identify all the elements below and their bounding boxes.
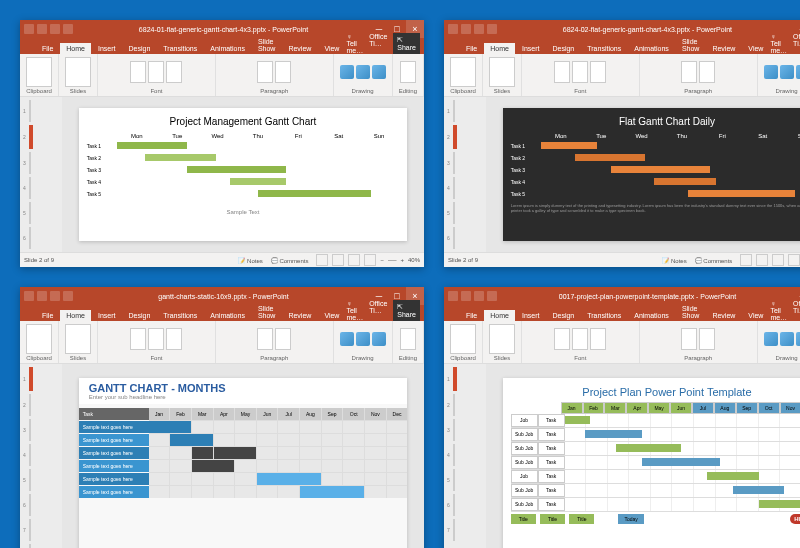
slide-canvas[interactable]: Project Plan Power Point TemplateJanFebM…	[503, 378, 800, 548]
view-normal[interactable]	[740, 254, 752, 266]
font-btn[interactable]	[130, 328, 146, 350]
quickstyles-icon[interactable]	[372, 65, 386, 79]
redo-icon[interactable]	[50, 291, 60, 301]
comments-button[interactable]: 💬 Comments	[271, 257, 309, 264]
font-btn[interactable]	[554, 328, 570, 350]
office-link[interactable]: Office Ti…	[369, 33, 387, 54]
new-slide-button[interactable]	[65, 57, 91, 87]
tab-design[interactable]: Design	[546, 310, 580, 321]
slide-canvas[interactable]: GANTT CHART - MONTHSEnter your sub headl…	[79, 378, 408, 548]
new-slide-button[interactable]	[65, 324, 91, 354]
start-icon[interactable]	[487, 24, 497, 34]
save-icon[interactable]	[24, 24, 34, 34]
font-btn[interactable]	[590, 61, 606, 83]
notes-button[interactable]: 📝 Notes	[238, 257, 262, 264]
font-btn[interactable]	[554, 61, 570, 83]
font-btn[interactable]	[148, 61, 164, 83]
undo-icon[interactable]	[461, 24, 471, 34]
para-btn[interactable]	[257, 61, 273, 83]
slide-thumb[interactable]	[29, 125, 33, 149]
edit-btn[interactable]	[400, 328, 416, 350]
tab-transitions[interactable]: Transitions	[157, 310, 203, 321]
office-link[interactable]: Office Ti…	[793, 300, 800, 321]
slide-thumb[interactable]	[453, 177, 455, 199]
slide-thumb[interactable]	[453, 367, 457, 391]
tab-view[interactable]: View	[742, 310, 769, 321]
slide-thumb[interactable]	[29, 494, 31, 516]
paste-button[interactable]	[26, 324, 52, 354]
shapes-icon[interactable]	[340, 332, 354, 346]
slide-thumb[interactable]	[29, 152, 31, 174]
redo-icon[interactable]	[474, 24, 484, 34]
paste-button[interactable]	[450, 57, 476, 87]
tab-slide-show[interactable]: Slide Show	[252, 303, 282, 321]
tab-view[interactable]: View	[318, 43, 345, 54]
zoom-in[interactable]: +	[400, 257, 404, 263]
save-icon[interactable]	[448, 24, 458, 34]
slide-thumb[interactable]	[453, 519, 455, 541]
view-slideshow[interactable]	[788, 254, 800, 266]
slide-thumb[interactable]	[29, 519, 31, 541]
undo-icon[interactable]	[37, 24, 47, 34]
tab-slide-show[interactable]: Slide Show	[252, 36, 282, 54]
office-link[interactable]: Office Ti…	[369, 300, 387, 321]
tab-insert[interactable]: Insert	[516, 43, 546, 54]
undo-icon[interactable]	[461, 291, 471, 301]
font-btn[interactable]	[166, 328, 182, 350]
redo-icon[interactable]	[474, 291, 484, 301]
paste-button[interactable]	[450, 324, 476, 354]
tab-design[interactable]: Design	[546, 43, 580, 54]
office-link[interactable]: Office Ti…	[793, 33, 800, 54]
view-slideshow[interactable]	[364, 254, 376, 266]
font-btn[interactable]	[590, 328, 606, 350]
paste-button[interactable]	[26, 57, 52, 87]
slide-thumb[interactable]	[453, 152, 455, 174]
slide-thumb[interactable]	[29, 444, 31, 466]
tab-view[interactable]: View	[742, 43, 769, 54]
share-button[interactable]: ⇱ Share	[393, 300, 420, 321]
tab-design[interactable]: Design	[122, 310, 156, 321]
tell-me[interactable]: ♀ Tell me…	[346, 33, 363, 54]
font-btn[interactable]	[572, 328, 588, 350]
tab-file[interactable]: File	[460, 43, 483, 54]
tab-review[interactable]: Review	[706, 43, 741, 54]
zoom-out[interactable]: −	[380, 257, 384, 263]
edit-btn[interactable]	[400, 61, 416, 83]
new-slide-button[interactable]	[489, 324, 515, 354]
slide-thumb[interactable]	[453, 100, 455, 122]
view-normal[interactable]	[316, 254, 328, 266]
tab-animations[interactable]: Animations	[204, 43, 251, 54]
slide-thumb[interactable]	[453, 227, 455, 249]
tab-file[interactable]: File	[460, 310, 483, 321]
tab-insert[interactable]: Insert	[516, 310, 546, 321]
tab-review[interactable]: Review	[282, 43, 317, 54]
font-btn[interactable]	[166, 61, 182, 83]
slide-thumb[interactable]	[29, 367, 33, 391]
tell-me[interactable]: ♀ Tell me…	[346, 300, 363, 321]
tab-home[interactable]: Home	[484, 310, 515, 321]
slide-thumb[interactable]	[29, 177, 31, 199]
slide-thumb[interactable]	[453, 125, 457, 149]
view-sorter[interactable]	[756, 254, 768, 266]
slide-canvas[interactable]: Project Management Gantt ChartMonTueWedT…	[79, 108, 408, 240]
tab-slide-show[interactable]: Slide Show	[676, 36, 706, 54]
quickstyles-icon[interactable]	[372, 332, 386, 346]
new-slide-button[interactable]	[489, 57, 515, 87]
shapes-icon[interactable]	[340, 65, 354, 79]
slide-thumb[interactable]	[453, 444, 455, 466]
tell-me[interactable]: ♀ Tell me…	[770, 300, 787, 321]
para-btn[interactable]	[681, 61, 697, 83]
shapes-icon[interactable]	[764, 332, 778, 346]
tab-animations[interactable]: Animations	[628, 310, 675, 321]
arrange-icon[interactable]	[356, 332, 370, 346]
start-icon[interactable]	[487, 291, 497, 301]
notes-button[interactable]: 📝 Notes	[662, 257, 686, 264]
start-icon[interactable]	[63, 24, 73, 34]
quickstyles-icon[interactable]	[796, 65, 800, 79]
comments-button[interactable]: 💬 Comments	[695, 257, 733, 264]
font-btn[interactable]	[130, 61, 146, 83]
slide-thumb[interactable]	[453, 202, 455, 224]
tab-home[interactable]: Home	[60, 310, 91, 321]
slide-thumb[interactable]	[453, 419, 455, 441]
start-icon[interactable]	[63, 291, 73, 301]
